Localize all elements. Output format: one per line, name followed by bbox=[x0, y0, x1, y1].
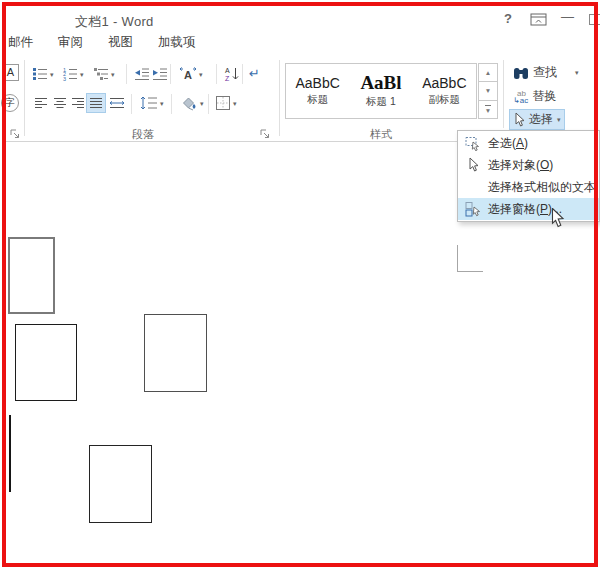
menu-item-selection-pane[interactable]: 选择窗格(P)... bbox=[458, 198, 599, 220]
mouse-cursor bbox=[551, 208, 566, 233]
menu-item-label: 选择格式相似的文本 bbox=[488, 179, 596, 196]
select-dropdown-menu: 全选(A) 选择对象(O) 选择格式相似的文本 选择窗格(P)... bbox=[457, 130, 600, 222]
select-objects-icon bbox=[458, 157, 488, 173]
menu-item-select-similar-formatting[interactable]: 选择格式相似的文本 bbox=[458, 176, 599, 198]
word-window: 文档1 - Word ? — 邮件 审阅 视图 加载项 A 字 ▾ bbox=[0, 0, 600, 570]
clipped-rectangle-corner[interactable] bbox=[457, 245, 483, 272]
rectangle-shape[interactable] bbox=[144, 314, 207, 392]
selection-pane-icon bbox=[458, 201, 488, 217]
clipped-rectangle-edge[interactable] bbox=[9, 415, 11, 492]
rectangle-shape[interactable] bbox=[8, 237, 55, 314]
menu-item-select-objects[interactable]: 选择对象(O) bbox=[458, 154, 599, 176]
menu-item-select-all[interactable]: 全选(A) bbox=[458, 132, 599, 154]
menu-item-label: 选择对象(O) bbox=[488, 157, 553, 174]
menu-item-label: 全选(A) bbox=[488, 135, 528, 152]
rectangle-shape[interactable] bbox=[89, 445, 152, 523]
rectangle-shape[interactable] bbox=[15, 324, 77, 401]
select-all-icon bbox=[458, 135, 488, 151]
document-canvas bbox=[0, 0, 600, 570]
